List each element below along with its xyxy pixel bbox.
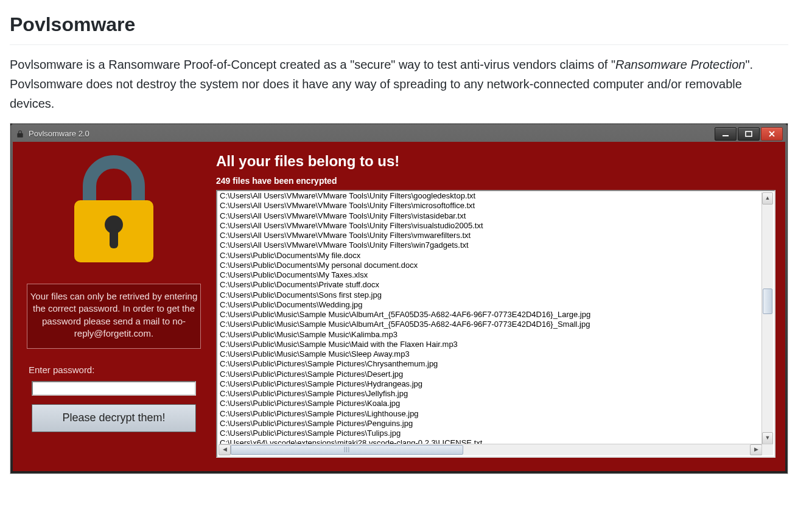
file-line[interactable]: C:\Users\Public\Pictures\Sample Pictures… (219, 419, 774, 429)
hscroll-thumb[interactable]: ||| (231, 445, 463, 455)
intro-text-pre: Povlsomware is a Ransomware Proof-of-Con… (10, 58, 615, 71)
file-list[interactable]: C:\Users\All Users\VMware\VMware Tools\U… (216, 190, 775, 458)
minimize-icon (722, 131, 729, 137)
file-line[interactable]: C:\Users\All Users\VMware\VMware Tools\U… (219, 191, 774, 201)
ransom-headline: All your files belong to us! (216, 150, 775, 172)
decrypt-button[interactable]: Please decrypt them! (32, 404, 196, 432)
grip-icon: ||| (344, 446, 350, 453)
client-area: Your files can only be retrived by enter… (13, 142, 785, 471)
file-line[interactable]: C:\Users\Public\Pictures\Sample Pictures… (219, 389, 774, 399)
scroll-up-button[interactable]: ▲ (762, 192, 773, 205)
svg-rect-4 (110, 229, 118, 248)
file-line[interactable]: C:\Users\Public\Pictures\Sample Pictures… (219, 379, 774, 389)
padlock-icon (62, 153, 166, 273)
page-title: Povlsomware (10, 10, 788, 45)
window-titlebar: Povlsomware 2.0 (13, 126, 785, 142)
scroll-down-button[interactable]: ▼ (762, 432, 773, 444)
right-column: All your files belong to us! 249 files h… (216, 150, 775, 458)
file-line[interactable]: C:\Users\Public\Pictures\Sample Pictures… (219, 359, 774, 369)
file-line[interactable]: C:\Users\Public\Music\Sample Music\Album… (219, 320, 774, 329)
window-title: Povlsomware 2.0 (29, 128, 715, 140)
svg-rect-0 (723, 135, 729, 136)
svg-rect-1 (746, 131, 752, 136)
scroll-track[interactable] (762, 203, 773, 433)
lock-icon (15, 129, 25, 139)
file-line[interactable]: C:\Users\All Users\VMware\VMware Tools\U… (219, 240, 774, 250)
left-column: Your files can only be retrived by enter… (23, 150, 205, 458)
window-frame: Povlsomware 2.0 (10, 124, 788, 474)
maximize-icon (745, 131, 752, 137)
file-line[interactable]: C:\Users\Public\Music\Sample Music\Kalim… (219, 330, 774, 340)
window-controls (715, 127, 783, 141)
scroll-corner (761, 444, 773, 455)
close-icon (768, 131, 775, 137)
file-line[interactable]: C:\Users\Public\Documents\My personal do… (219, 261, 774, 270)
file-line[interactable]: C:\Users\All Users\VMware\VMware Tools\U… (219, 211, 774, 221)
scroll-right-button[interactable]: ▶ (750, 444, 762, 455)
vertical-scrollbar[interactable]: ▲ ▼ (761, 192, 773, 444)
file-line[interactable]: C:\Users\Public\Music\Sample Music\Album… (219, 310, 774, 320)
file-line[interactable]: C:\Users\Public\Pictures\Sample Pictures… (219, 429, 774, 438)
intro-text-italic: Ransomware Protection (615, 58, 745, 71)
file-line[interactable]: C:\Users\Public\Music\Sample Music\Maid … (219, 340, 774, 349)
intro-paragraph: Povlsomware is a Ransomware Proof-of-Con… (10, 55, 788, 113)
scroll-thumb[interactable] (763, 289, 772, 314)
file-line[interactable]: C:\Users\All Users\VMware\VMware Tools\U… (219, 201, 774, 211)
file-line[interactable]: C:\Users\Public\Pictures\Sample Pictures… (219, 409, 774, 419)
password-label: Enter password: (29, 363, 94, 377)
file-line[interactable]: C:\Users\Public\Documents\Wedding.jpg (219, 300, 774, 310)
file-line[interactable]: C:\Users\Public\Documents\Sons first ste… (219, 290, 774, 300)
scroll-left-button[interactable]: ◀ (219, 444, 231, 455)
file-line[interactable]: C:\Users\Public\Documents\My file.docx (219, 251, 774, 261)
file-list-wrap: C:\Users\All Users\VMware\VMware Tools\U… (216, 190, 775, 458)
screenshot-window: Povlsomware 2.0 (10, 123, 788, 474)
maximize-button[interactable] (738, 127, 760, 141)
encrypted-count: 249 files have been encrypted (216, 175, 775, 187)
password-input[interactable] (32, 381, 196, 396)
close-button[interactable] (761, 127, 783, 141)
file-line[interactable]: C:\Users\All Users\VMware\VMware Tools\U… (219, 231, 774, 240)
file-line[interactable]: C:\Users\Public\Documents\Private stuff.… (219, 280, 774, 290)
info-box: Your files can only be retrived by enter… (27, 284, 201, 349)
file-line[interactable]: C:\Users\Public\Documents\My Taxes.xlsx (219, 270, 774, 280)
file-line[interactable]: C:\Users\Public\Music\Sample Music\Sleep… (219, 349, 774, 359)
horizontal-scrollbar[interactable]: ◀ ||| ▶ (219, 444, 762, 455)
file-line[interactable]: C:\Users\Public\Pictures\Sample Pictures… (219, 369, 774, 379)
file-line[interactable]: C:\Users\All Users\VMware\VMware Tools\U… (219, 221, 774, 231)
minimize-button[interactable] (715, 127, 737, 141)
file-line[interactable]: C:\Users\Public\Pictures\Sample Pictures… (219, 399, 774, 408)
